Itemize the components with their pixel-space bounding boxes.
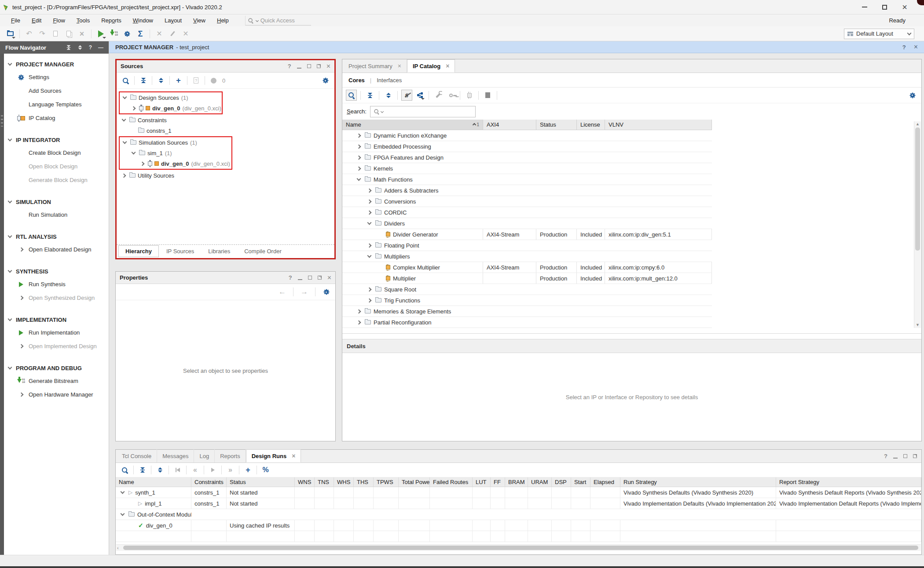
ip-row-square-root[interactable]: Square Root	[342, 284, 712, 295]
run-row-impl-1[interactable]: ▷impl_1constrs_1Not startedVivado Implem…	[116, 498, 921, 509]
step-forward-button[interactable]: »	[225, 465, 236, 476]
column-header-vlnv[interactable]: VLNV	[605, 120, 712, 130]
tab-tcl-console[interactable]: Tcl Console	[117, 449, 157, 462]
tab-hierarchy[interactable]: Hierarchy	[118, 245, 159, 257]
expand-all-button[interactable]	[154, 465, 165, 476]
tree-item-utility-sources[interactable]: Utility Sources	[119, 170, 334, 181]
flow-item-add-sources[interactable]: Add Sources	[4, 84, 109, 98]
scroll-up-icon[interactable]: ▲	[915, 122, 920, 127]
help-icon[interactable]: ?	[289, 275, 292, 280]
help-icon[interactable]: ?	[288, 63, 291, 69]
tab-messages[interactable]: Messages	[157, 449, 194, 462]
close-icon[interactable]: ×	[398, 62, 401, 69]
flow-item-open-synthesized-design[interactable]: Open Synthesized Design	[4, 291, 109, 305]
menu-flow[interactable]: Flow	[47, 15, 70, 25]
minimize-icon[interactable]	[893, 458, 898, 459]
run-row-out-of-context-module-runs[interactable]: Out-of-Context Module Runs	[116, 509, 921, 520]
collapse-all-button[interactable]	[137, 465, 148, 476]
chevron-right-icon[interactable]	[19, 296, 23, 300]
flow-item-ip-catalog[interactable]: IP Catalog	[4, 111, 109, 125]
tab-compile-order[interactable]: Compile Order	[238, 246, 288, 257]
ip-row-multiplier[interactable]: MultiplierProductionIncludedxilinx.com:i…	[342, 273, 712, 284]
column-header-total-power[interactable]: Total Power	[399, 477, 430, 487]
add-sources-button[interactable]: +	[173, 75, 184, 86]
chevron-right-icon[interactable]	[357, 320, 361, 324]
back-button[interactable]: ←	[277, 287, 288, 298]
chevron-down-icon[interactable]	[122, 117, 126, 122]
chevron-down-icon[interactable]	[8, 137, 12, 142]
run-button[interactable]	[95, 28, 106, 40]
tab-project-summary[interactable]: Project Summary×	[343, 59, 407, 73]
ip-row-adders-subtracters[interactable]: Adders & Subtracters	[342, 185, 712, 196]
chevron-right-icon[interactable]	[357, 309, 361, 313]
chevron-down-icon[interactable]	[123, 95, 127, 99]
minimize-icon[interactable]	[298, 279, 302, 280]
minimize-icon[interactable]	[297, 68, 301, 69]
chevron-right-icon[interactable]	[367, 298, 372, 302]
chevron-right-icon[interactable]	[357, 155, 361, 160]
customize-ip-button[interactable]	[433, 90, 444, 101]
expand-all-icon[interactable]	[77, 45, 83, 50]
hierarchy-view-button[interactable]	[414, 90, 425, 101]
search-button[interactable]	[120, 75, 131, 86]
tree-item-div-gen-0[interactable]: div_gen_0 (div_gen_0.xci)	[120, 103, 222, 113]
column-header-start[interactable]: Start	[571, 477, 590, 487]
subtab-interfaces[interactable]: Interfaces	[377, 77, 402, 84]
forward-button[interactable]: →	[299, 287, 310, 298]
chevron-down-icon[interactable]	[8, 234, 12, 238]
column-header-constraints[interactable]: Constraints	[191, 477, 227, 487]
step-back-button[interactable]: «	[190, 465, 201, 476]
expand-all-button[interactable]	[383, 90, 394, 101]
chevron-down-icon[interactable]	[367, 221, 372, 225]
column-header-name[interactable]: Name1	[342, 120, 483, 130]
redo-button[interactable]: ↷	[37, 28, 48, 40]
collapse-all-button[interactable]	[364, 90, 375, 101]
expand-all-button[interactable]	[155, 75, 166, 86]
collapse-all-icon[interactable]	[66, 45, 71, 50]
flow-item-generate-block-design[interactable]: Generate Block Design	[4, 173, 109, 187]
column-header-bram[interactable]: BRAM	[505, 477, 528, 487]
menu-file[interactable]: File	[5, 15, 26, 25]
column-header-report-strategy[interactable]: Report Strategy	[776, 477, 921, 487]
flow-item-open-implemented-design[interactable]: Open Implemented Design	[4, 339, 109, 353]
ip-settings-button[interactable]	[464, 90, 475, 101]
chevron-down-icon[interactable]	[121, 490, 125, 494]
copy-button[interactable]	[50, 28, 61, 40]
horizontal-scrollbar[interactable]: ‹	[116, 544, 921, 551]
column-header-license[interactable]: License	[577, 120, 605, 130]
open-project-button[interactable]	[4, 28, 16, 40]
sources-settings-button[interactable]	[320, 75, 331, 86]
ip-info-button[interactable]	[482, 90, 493, 101]
group-by-button[interactable]: #	[401, 90, 412, 101]
open-file-button[interactable]: ?	[191, 75, 202, 86]
chevron-down-icon[interactable]	[367, 254, 372, 258]
highlight-button[interactable]	[167, 28, 178, 40]
column-header-axi4[interactable]: AXI4	[483, 120, 536, 130]
close-icon[interactable]: ×	[914, 43, 918, 51]
report-sum-button[interactable]: Σ	[135, 28, 146, 40]
flow-item-run-simulation[interactable]: Run Simulation	[4, 208, 109, 222]
float-icon[interactable]	[317, 64, 321, 68]
tree-item-simulation-sources[interactable]: Simulation Sources (1)	[120, 137, 231, 148]
create-run-button[interactable]: +	[242, 465, 253, 476]
column-header-whs[interactable]: WHS	[334, 477, 354, 487]
column-header-lut[interactable]: LUT	[473, 477, 491, 487]
column-header-status[interactable]: Status	[227, 477, 295, 487]
close-icon[interactable]: ×	[292, 452, 295, 459]
menu-window[interactable]: Window	[127, 15, 159, 25]
tree-item-sim-1[interactable]: sim_1 (1)	[120, 148, 231, 158]
run-row-div-gen-0[interactable]: ✓div_gen_0Using cached IP results	[116, 520, 921, 531]
flow-item-run-synthesis[interactable]: Run Synthesis	[4, 277, 109, 291]
close-icon[interactable]: ×	[446, 62, 449, 69]
chevron-down-icon[interactable]	[8, 62, 12, 66]
subtab-cores[interactable]: Cores	[348, 77, 365, 84]
chevron-down-icon[interactable]	[357, 177, 361, 181]
maximize-icon[interactable]	[307, 64, 311, 68]
collapse-all-button[interactable]	[138, 75, 149, 86]
details-splitter[interactable]	[342, 333, 921, 334]
chevron-right-icon[interactable]	[132, 106, 136, 110]
generate-bitstream-button[interactable]: 0110	[108, 28, 120, 40]
menu-tools[interactable]: Tools	[71, 15, 95, 25]
chevron-right-icon[interactable]	[19, 344, 23, 349]
chevron-right-icon[interactable]	[357, 144, 361, 149]
